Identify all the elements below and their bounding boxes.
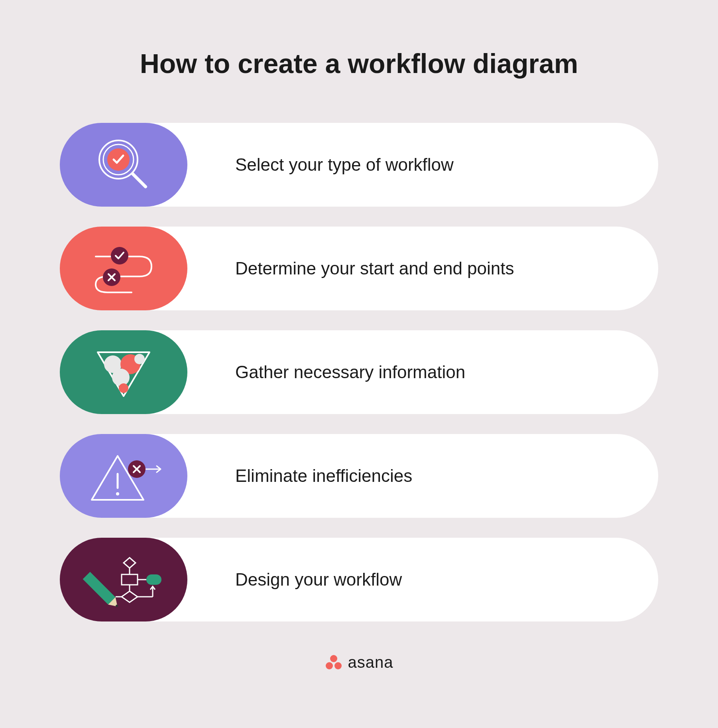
step-label: Gather necessary information [235, 362, 465, 382]
steps-list: Select your type of workflow Determine y… [60, 123, 658, 621]
svg-rect-15 [83, 572, 116, 604]
step-row: Select your type of workflow [60, 123, 658, 207]
svg-rect-18 [122, 574, 138, 585]
brand-name: asana [348, 653, 393, 671]
step-pill: Select your type of workflow [112, 123, 658, 207]
brand-footer: asana [325, 653, 393, 671]
funnel-circles-icon [60, 330, 187, 414]
step-label: Design your workflow [235, 570, 402, 590]
step-pill: Gather necessary information [112, 330, 658, 414]
step-row: Determine your start and end points [60, 227, 658, 310]
svg-point-26 [326, 662, 333, 669]
step-row: Design your workflow [60, 538, 658, 621]
step-row: Gather necessary information [60, 330, 658, 414]
path-check-x-icon [60, 227, 187, 310]
step-row: Eliminate inefficiencies [60, 434, 658, 518]
svg-point-8 [134, 354, 145, 364]
svg-rect-20 [146, 574, 161, 585]
flowchart-pencil-icon [60, 538, 187, 621]
svg-point-9 [112, 369, 130, 386]
step-pill: Determine your start and end points [112, 227, 658, 310]
step-label: Determine your start and end points [235, 258, 514, 278]
svg-line-3 [133, 174, 146, 187]
page-title: How to create a workflow diagram [140, 48, 578, 79]
step-label: Eliminate inefficiencies [235, 466, 412, 486]
svg-point-12 [116, 492, 119, 495]
magnify-check-icon [60, 123, 187, 207]
warning-arrow-icon [60, 434, 187, 518]
step-pill: Eliminate inefficiencies [112, 434, 658, 518]
svg-point-27 [334, 662, 342, 669]
step-pill: Design your workflow [112, 538, 658, 621]
asana-logo-icon [325, 654, 342, 671]
svg-point-25 [330, 655, 337, 662]
svg-point-4 [111, 247, 128, 264]
svg-point-10 [119, 383, 128, 393]
step-label: Select your type of workflow [235, 155, 454, 175]
